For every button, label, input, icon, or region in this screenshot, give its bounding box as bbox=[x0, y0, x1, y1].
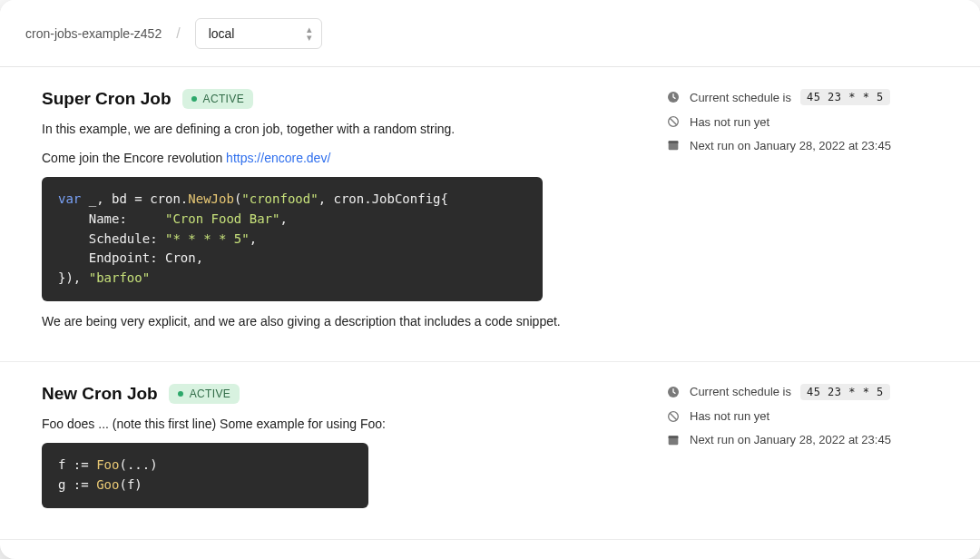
job-card: New Cron Job ACTIVE Foo does ... (note t… bbox=[0, 362, 980, 540]
schedule-label: Current schedule is bbox=[690, 385, 791, 398]
status-badge: ACTIVE bbox=[169, 384, 240, 404]
job-description-line: Come join the Encore revolution https://… bbox=[42, 149, 630, 169]
next-run-row: Next run on January 28, 2022 at 23:45 bbox=[666, 138, 938, 152]
status-label: ACTIVE bbox=[190, 387, 231, 400]
svg-rect-4 bbox=[669, 141, 679, 143]
run-state-text: Has not run yet bbox=[690, 409, 769, 423]
jobs-list: Super Cron Job ACTIVE In this example, w… bbox=[0, 67, 980, 559]
job-card: Super Cron Job ACTIVE In this example, w… bbox=[0, 67, 980, 362]
job-side: Current schedule is 45 23 * * 5 Has not … bbox=[666, 384, 938, 519]
app-shell: cron-jobs-example-z452 / local ▴▾ Super … bbox=[0, 0, 980, 559]
job-card: Cron Foo Bar Bazz REMOVED This is a cron… bbox=[0, 540, 980, 559]
no-entry-icon bbox=[666, 114, 681, 129]
job-title: New Cron Job bbox=[42, 384, 158, 404]
job-main: Super Cron Job ACTIVE In this example, w… bbox=[42, 89, 630, 341]
svg-line-7 bbox=[670, 413, 677, 420]
job-description-line: Foo does ... (note this first line) Some… bbox=[42, 415, 630, 435]
job-description-line: We are being very explicit, and we are a… bbox=[42, 312, 630, 332]
job-description-text: Come join the Encore revolution bbox=[42, 151, 226, 165]
schedule-row: Current schedule is 45 23 * * 5 bbox=[666, 384, 938, 400]
breadcrumb-project[interactable]: cron-jobs-example-z452 bbox=[25, 26, 162, 41]
calendar-icon bbox=[666, 433, 681, 447]
status-dot-icon bbox=[191, 96, 197, 102]
clock-icon bbox=[666, 90, 681, 104]
job-title: Super Cron Job bbox=[42, 89, 172, 109]
code-snippet: var _, bd = cron.NewJob("cronfood", cron… bbox=[42, 177, 543, 300]
schedule-row: Current schedule is 45 23 * * 5 bbox=[666, 89, 938, 105]
external-link[interactable]: https://encore.dev/ bbox=[226, 151, 330, 165]
run-state-text: Has not run yet bbox=[690, 115, 769, 129]
calendar-icon bbox=[666, 138, 681, 152]
job-description-line: In this example, we are defining a cron … bbox=[42, 120, 630, 140]
topbar: cron-jobs-example-z452 / local ▴▾ bbox=[0, 0, 980, 67]
job-side: Current schedule is 45 23 * * 5 Has not … bbox=[666, 89, 938, 341]
clock-icon bbox=[666, 385, 681, 399]
environment-selected-label: local bbox=[209, 26, 235, 41]
breadcrumb-separator: / bbox=[176, 25, 180, 42]
next-run-row: Next run on January 28, 2022 at 23:45 bbox=[666, 433, 938, 447]
status-label: ACTIVE bbox=[203, 93, 245, 105]
run-state-row: Has not run yet bbox=[666, 114, 938, 129]
svg-line-2 bbox=[670, 118, 677, 125]
schedule-expression: 45 23 * * 5 bbox=[800, 89, 890, 105]
code-snippet: f := Foo(...) g := Goo(f) bbox=[42, 443, 368, 507]
run-state-row: Has not run yet bbox=[666, 409, 938, 424]
status-dot-icon bbox=[178, 391, 183, 397]
job-main: New Cron Job ACTIVE Foo does ... (note t… bbox=[42, 384, 630, 519]
next-run-text: Next run on January 28, 2022 at 23:45 bbox=[690, 433, 891, 446]
next-run-text: Next run on January 28, 2022 at 23:45 bbox=[690, 139, 891, 152]
schedule-expression: 45 23 * * 5 bbox=[800, 384, 890, 400]
status-badge: ACTIVE bbox=[182, 89, 254, 109]
no-entry-icon bbox=[666, 409, 681, 424]
chevron-updown-icon: ▴▾ bbox=[307, 25, 312, 42]
environment-select[interactable]: local ▴▾ bbox=[195, 18, 322, 49]
schedule-label: Current schedule is bbox=[690, 91, 791, 104]
svg-rect-9 bbox=[669, 436, 679, 438]
